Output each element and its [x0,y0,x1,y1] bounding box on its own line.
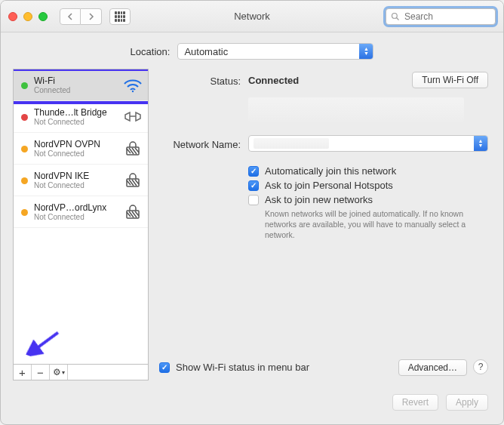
ask-hotspot-checkbox[interactable]: ✓ Ask to join Personal Hotspots [248,180,488,191]
ask-new-networks-hint: Known networks will be joined automatica… [265,208,476,241]
checkbox-checked-icon: ✓ [248,180,259,191]
service-status: Not Connected [34,181,116,189]
search-field[interactable] [386,8,496,25]
select-caret-icon: ▲▼ [474,136,487,151]
chevron-right-icon [88,13,94,20]
location-select[interactable]: Automatic ▲▼ [177,43,373,60]
checkbox-checked-icon: ✓ [248,166,259,177]
vpn-lock-icon [122,173,143,188]
ask-new-networks-checkbox[interactable]: Ask to join new networks [248,194,488,205]
ask-hotspot-label: Ask to join Personal Hotspots [265,180,393,191]
thunderbolt-bridge-icon [122,110,143,124]
network-name-select[interactable]: ▲▼ [248,135,488,152]
service-name: NordVPN IKE [34,171,116,181]
service-status: Not Connected [34,213,116,221]
zoom-button[interactable] [38,12,48,21]
status-dot-inactive [21,209,28,216]
network-name-label: Network Name: [159,137,248,150]
back-button[interactable] [60,8,81,25]
detail-pane: Status: Connected Turn Wi-Fi Off Network… [156,69,491,380]
redacted-status-detail [248,97,464,122]
service-item-nordvpn-ovpn[interactable]: NordVPN OVPN Not Connected [14,133,148,165]
search-input[interactable] [403,11,490,23]
revert-button[interactable]: Revert [392,394,438,411]
service-name: NordVP…ordLynx [34,202,116,213]
footer: Revert Apply [1,388,503,424]
wifi-icon [122,78,143,93]
grid-icon [115,11,125,22]
service-name: Thunde…lt Bridge [34,107,116,118]
forward-button[interactable] [81,8,102,25]
status-value: Connected [248,75,299,86]
status-dot-connected [21,82,28,89]
checkbox-unchecked-icon [248,195,259,205]
chevron-down-icon: ▾ [62,369,65,376]
service-status: Not Connected [34,149,116,158]
redacted-network-name [254,138,329,149]
status-dot-inactive [21,146,28,152]
service-action-menu[interactable]: ⚙︎▾ [50,365,68,380]
services-list[interactable]: Wi-Fi Connected Thunde…lt Bridge Not Con… [13,69,149,364]
network-preferences-window: Network Location: Automatic ▲▼ Wi-Fi Con… [0,0,504,425]
vpn-lock-icon [122,141,143,156]
help-button[interactable]: ? [473,359,488,374]
service-item-wifi[interactable]: Wi-Fi Connected [14,69,148,101]
show-menubar-checkbox[interactable]: ✓ Show Wi-Fi status in menu bar [159,362,309,373]
services-sidebar: Wi-Fi Connected Thunde…lt Bridge Not Con… [13,69,149,380]
select-caret-icon: ▲▼ [359,44,373,59]
close-button[interactable] [8,12,17,21]
show-all-button[interactable] [109,8,131,25]
checkbox-checked-icon: ✓ [159,362,170,373]
status-label: Status: [159,74,248,87]
titlebar: Network [1,1,503,32]
vpn-lock-icon [122,205,143,220]
service-item-nordvpn-ike[interactable]: NordVPN IKE Not Connected [14,165,148,196]
search-icon [391,12,400,21]
nav-buttons [60,8,102,25]
show-menubar-label: Show Wi-Fi status in menu bar [176,362,309,373]
add-service-button[interactable]: + [14,365,32,380]
auto-join-checkbox[interactable]: ✓ Automatically join this network [248,165,488,177]
service-name: NordVPN OVPN [34,139,116,149]
sidebar-tools: + − ⚙︎▾ [13,364,149,380]
service-status: Connected [34,86,116,94]
body: Wi-Fi Connected Thunde…lt Bridge Not Con… [1,66,503,388]
svg-point-2 [132,90,134,91]
location-label: Location: [131,46,171,57]
detail-bottom-row: ✓ Show Wi-Fi status in menu bar Advanced… [159,354,488,380]
svg-point-0 [392,13,398,18]
gear-icon: ⚙︎ [53,367,61,377]
auto-join-label: Automatically join this network [265,165,396,177]
location-row: Location: Automatic ▲▼ [1,32,503,66]
ask-new-networks-label: Ask to join new networks [265,194,373,205]
chevron-left-icon [67,13,73,20]
service-status: Not Connected [34,118,116,126]
traffic-lights [8,12,48,21]
remove-service-button[interactable]: − [32,365,50,380]
status-dot-inactive [21,177,28,184]
service-item-nordvpn-nordlynx[interactable]: NordVP…ordLynx Not Connected [14,196,148,228]
wifi-toggle-button[interactable]: Turn Wi-Fi Off [412,72,488,88]
tool-spacer [68,365,148,380]
location-value: Automatic [184,46,228,57]
advanced-button[interactable]: Advanced… [398,359,467,376]
svg-line-1 [397,17,399,20]
status-dot-disconnected [21,114,28,121]
service-name: Wi-Fi [34,75,116,86]
service-item-thunderbolt[interactable]: Thunde…lt Bridge Not Connected [14,101,148,133]
minimize-button[interactable] [23,12,32,21]
apply-button[interactable]: Apply [446,394,488,411]
